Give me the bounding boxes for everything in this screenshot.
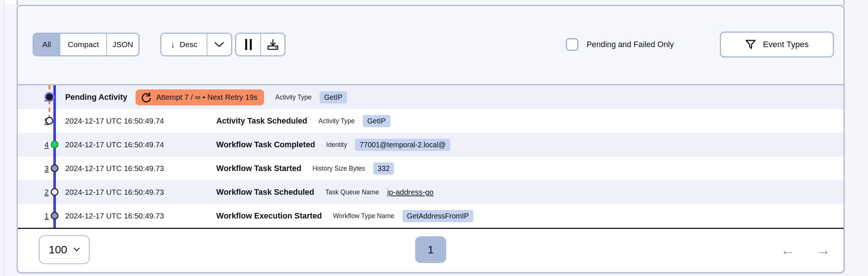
detail-value-chip: 332 xyxy=(373,162,394,175)
event-timestamp: 2024-12-17 UTC 16:50:49.73 xyxy=(65,164,216,173)
detail-value-chip: GetIP xyxy=(363,115,390,127)
event-row-workflow-task-started[interactable]: 3 2024-12-17 UTC 16:50:49.73 Workflow Ta… xyxy=(18,157,844,180)
detail-label: Identity xyxy=(326,141,347,149)
per-page-value: 100 xyxy=(49,243,67,256)
tab-compact[interactable]: Compact xyxy=(60,34,106,55)
timeline-dot-started[interactable] xyxy=(51,164,59,172)
timeline-dot-scheduled[interactable] xyxy=(51,188,59,196)
pause-icon xyxy=(244,39,253,50)
event-row-workflow-task-completed[interactable]: 4 2024-12-17 UTC 16:50:49.74 Workflow Ta… xyxy=(18,133,844,157)
event-types-filter-button[interactable]: Event Types xyxy=(720,32,834,58)
tab-all[interactable]: All xyxy=(34,34,60,55)
page-1-button[interactable]: 1 xyxy=(415,236,446,263)
detail-value-chip: GetIP xyxy=(320,91,347,104)
detail-label: Activity Type xyxy=(318,117,355,125)
event-timestamp: 2024-12-17 UTC 16:50:49.74 xyxy=(65,116,216,125)
timeline-dot-completed[interactable] xyxy=(51,141,59,148)
event-row-workflow-execution-started[interactable]: 1 2024-12-17 UTC 16:50:49.73 Workflow Ex… xyxy=(18,204,844,228)
detail-value-chip: 77001@temporal-2.local@ xyxy=(355,139,450,151)
event-types-label: Event Types xyxy=(763,40,808,49)
event-name: Pending Activity xyxy=(65,93,127,102)
download-icon xyxy=(267,39,279,50)
timeline-dot-pending-selected[interactable] xyxy=(44,92,54,102)
sort-menu-button[interactable] xyxy=(207,34,231,55)
event-history-table: 5 Pending Activity Attempt 7 / ∞ • Next … xyxy=(18,85,844,229)
chevron-down-icon xyxy=(214,42,224,47)
playback-button-group xyxy=(235,33,286,56)
retry-icon xyxy=(141,92,151,102)
download-button[interactable] xyxy=(260,34,284,55)
timeline-dot-scheduled[interactable] xyxy=(46,117,53,125)
tab-json[interactable]: JSON xyxy=(106,34,138,55)
event-row-workflow-task-scheduled[interactable]: 2 2024-12-17 UTC 16:50:49.73 Workflow Ta… xyxy=(18,180,844,204)
timeline-dot-started[interactable] xyxy=(51,212,59,220)
card-border-extension-right xyxy=(844,0,845,5)
upper-card-fragment xyxy=(4,0,16,4)
arrow-down-icon: ↓ xyxy=(171,40,175,49)
card-border-extension-left xyxy=(17,0,18,5)
pager-arrows: ← → xyxy=(781,229,830,271)
timeline-rail xyxy=(53,85,56,228)
pending-failed-filter: Pending and Failed Only xyxy=(566,33,674,56)
retry-badge-text: Attempt 7 / ∞ • Next Retry 19s xyxy=(156,93,258,102)
event-name: Workflow Task Scheduled xyxy=(216,188,314,197)
event-row-activity-task-scheduled[interactable]: 5 2024-12-17 UTC 16:50:49.74 Activity Ta… xyxy=(18,109,844,133)
event-name: Workflow Execution Started xyxy=(216,211,322,221)
event-history-panel: All Compact JSON ↓ Desc xyxy=(17,5,845,273)
event-history-toolbar: All Compact JSON ↓ Desc xyxy=(18,6,844,85)
event-timestamp: 2024-12-17 UTC 16:50:49.73 xyxy=(65,188,216,197)
funnel-icon xyxy=(745,39,756,50)
sort-label: Desc xyxy=(180,40,197,49)
panel-edge-divider xyxy=(4,0,4,276)
pending-failed-label: Pending and Failed Only xyxy=(587,40,674,49)
task-queue-link[interactable]: ip-address-go xyxy=(387,188,433,197)
sort-desc-button[interactable]: ↓ Desc xyxy=(161,34,207,55)
pause-button[interactable] xyxy=(236,34,260,55)
event-name: Workflow Task Started xyxy=(216,164,301,173)
detail-label: Workflow Type Name xyxy=(333,212,394,220)
event-name: Workflow Task Completed xyxy=(216,140,315,150)
pending-retry-badge: Attempt 7 / ∞ • Next Retry 19s xyxy=(136,89,264,105)
chevron-down-icon xyxy=(73,247,80,252)
view-mode-segmented-control: All Compact JSON xyxy=(33,33,140,56)
detail-value-chip: GetAddressFromIP xyxy=(403,210,473,222)
event-name: Activity Task Scheduled xyxy=(216,116,307,126)
pending-failed-checkbox[interactable] xyxy=(566,38,578,51)
next-page-arrow-icon[interactable]: → xyxy=(816,243,830,257)
detail-label: History Size Bytes xyxy=(313,165,365,172)
previous-page-arrow-icon[interactable]: ← xyxy=(781,243,795,257)
event-timestamp: 2024-12-17 UTC 16:50:49.73 xyxy=(65,211,216,220)
event-timestamp: 2024-12-17 UTC 16:50:49.74 xyxy=(65,140,216,149)
detail-label: Task Queue Name xyxy=(325,188,379,196)
pagination-footer: 100 1 ← → xyxy=(18,229,844,271)
sort-split-button: ↓ Desc xyxy=(160,33,232,56)
event-row-pending-activity[interactable]: 5 Pending Activity Attempt 7 / ∞ • Next … xyxy=(18,85,844,109)
per-page-select[interactable]: 100 xyxy=(39,235,90,264)
detail-label: Activity Type xyxy=(275,93,311,101)
